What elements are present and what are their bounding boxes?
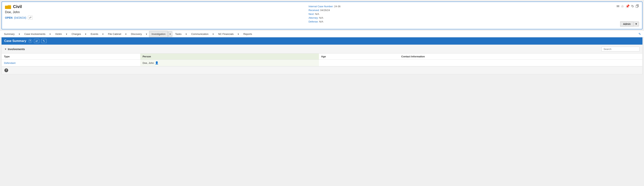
case-summary-edit-button[interactable]: ✎ — [41, 39, 46, 43]
nav-edit-icon[interactable]: ✎ — [637, 31, 642, 37]
involvements-title: ▼ Involvements — [4, 48, 25, 51]
involvements-table-wrapper: Type Person Age Contact Information Defe… — [2, 53, 642, 66]
next-value: N/A — [315, 12, 319, 15]
folder-icon — [5, 4, 11, 9]
pin-icon[interactable]: 📌 — [626, 4, 630, 8]
col-age-header: Age — [319, 53, 399, 60]
tab-nc-financials: NC Financials ▼ — [216, 31, 240, 37]
case-status: OPEN (04/26/24) ☍ — [5, 16, 33, 20]
tab-victim-button[interactable]: Victim — [53, 31, 64, 37]
tab-communication-button[interactable]: Communication — [189, 31, 211, 37]
case-name: Doe, John — [5, 10, 33, 14]
person-name-text: Doe, John — [142, 62, 154, 64]
tab-victim-dropdown[interactable]: ▼ — [64, 31, 69, 37]
involvements-chevron-icon[interactable]: ▼ — [4, 48, 7, 50]
tab-communication: Communication ▼ — [189, 31, 215, 37]
admin-button-group: Admin ▼ — [620, 21, 639, 27]
tab-nc-financials-dropdown[interactable]: ▼ — [236, 31, 240, 37]
svg-rect-0 — [5, 5, 11, 9]
tab-file-cabinet-dropdown[interactable]: ▼ — [124, 31, 128, 37]
tab-summary-button[interactable]: Summary — [2, 31, 17, 37]
row-type: Defendant — [2, 60, 140, 66]
defendant-link[interactable]: Defendant — [4, 62, 16, 64]
tab-charges: Charges ▼ — [69, 31, 88, 37]
tab-charges-dropdown[interactable]: ▼ — [84, 31, 88, 37]
defense-row: Defense: N/A — [308, 20, 340, 23]
table-row: Defendant Doe, John 👤 — [2, 60, 642, 66]
case-summary-header: Case Summary ? ⇄ ✎ — [2, 37, 642, 45]
tab-tasks: Tasks ▼ — [173, 31, 188, 37]
involvements-section: ▼ Involvements Type Person Age Contact I… — [2, 45, 642, 66]
person-name-cell: Doe, John 👤 — [142, 61, 317, 65]
col-person-header: Person — [140, 53, 319, 60]
col-type-header: Type — [2, 53, 140, 60]
defense-value: N/A — [319, 20, 323, 23]
admin-main-button[interactable]: Admin — [620, 21, 633, 27]
received-value: 04/26/24 — [320, 9, 330, 12]
message-icon-button[interactable]: ☍ — [28, 16, 33, 20]
header-left: Civil Doe, John OPEN (04/26/24) ☍ — [5, 4, 33, 20]
tab-nc-financials-button[interactable]: NC Financials — [216, 31, 236, 37]
status-open: OPEN — [5, 16, 12, 19]
tab-reports-button[interactable]: Reports — [241, 31, 254, 37]
content-area: Case Summary ? ⇄ ✎ ▼ Involvements Type P… — [2, 37, 642, 74]
tab-tasks-dropdown[interactable]: ▼ — [184, 31, 188, 37]
tab-events-button[interactable]: Events — [88, 31, 101, 37]
copy-icon[interactable]: 🗍 — [636, 4, 639, 8]
row-person: Doe, John 👤 — [140, 60, 319, 66]
footer-help: ? — [2, 66, 642, 74]
status-date: (04/26/24) — [14, 16, 26, 19]
person-profile-icon: 👤 — [155, 61, 158, 65]
header-center: Internal Case Number: 24-36 Received: 04… — [308, 5, 340, 23]
refresh-icon[interactable]: ↻ — [631, 4, 634, 8]
tab-investigation: Investigation ▼ — [149, 31, 172, 37]
tab-discovery-button[interactable]: Discovery — [128, 31, 144, 37]
col-contact-header: Contact Information — [399, 53, 642, 60]
tab-file-cabinet: File Cabinet ▼ — [106, 31, 128, 37]
tab-victim: Victim ▼ — [53, 31, 69, 37]
tab-communication-dropdown[interactable]: ▼ — [211, 31, 215, 37]
tab-tasks-button[interactable]: Tasks — [173, 31, 184, 37]
footer-help-icon[interactable]: ? — [4, 68, 8, 72]
nav-tabs: Summary ▼ Case Involvements ▼ Victim ▼ C… — [0, 31, 644, 37]
case-summary-title: Case Summary — [4, 39, 26, 43]
case-summary-refresh-button[interactable]: ⇄ — [34, 39, 39, 43]
internal-case-number-value: 24-36 — [334, 5, 340, 8]
tab-charges-button[interactable]: Charges — [69, 31, 84, 37]
next-row: Next: N/A — [308, 12, 340, 15]
header-action-icons: ✉ ☆ 📌 ↻ 🗍 — [616, 4, 639, 8]
internal-case-number-label: Internal Case Number: — [308, 5, 334, 8]
tab-case-involvements: Case Involvements ▼ — [22, 31, 52, 37]
row-contact — [399, 60, 642, 66]
tab-discovery: Discovery ▼ — [128, 31, 149, 37]
case-summary-help-icon[interactable]: ? — [28, 39, 32, 43]
received-label: Received: — [308, 9, 320, 12]
star-icon[interactable]: ☆ — [621, 4, 624, 8]
admin-dropdown-button[interactable]: ▼ — [633, 21, 639, 26]
tab-case-involvements-button[interactable]: Case Involvements — [22, 31, 48, 37]
next-label: Next: — [308, 12, 314, 15]
header-card: Civil Doe, John OPEN (04/26/24) ☍ Intern… — [2, 1, 642, 29]
tab-events: Events ▼ — [88, 31, 105, 37]
tab-case-involvements-dropdown[interactable]: ▼ — [48, 31, 52, 37]
tab-summary: Summary ▼ — [2, 31, 22, 37]
involvements-header: ▼ Involvements — [2, 45, 642, 53]
tab-reports: Reports — [241, 31, 254, 37]
involvements-table: Type Person Age Contact Information Defe… — [2, 53, 642, 66]
tab-investigation-dropdown[interactable]: ▼ — [168, 31, 172, 37]
attorney-row: Attorney: N/A — [308, 16, 340, 19]
tab-discovery-dropdown[interactable]: ▼ — [144, 31, 149, 37]
internal-case-number-row: Internal Case Number: 24-36 — [308, 5, 340, 8]
received-row: Received: 04/26/24 — [308, 9, 340, 12]
case-type-label: Civil — [13, 4, 22, 9]
envelope-icon[interactable]: ✉ — [616, 4, 620, 8]
tab-investigation-button[interactable]: Investigation — [149, 31, 168, 37]
case-title: Civil — [5, 4, 33, 9]
tab-file-cabinet-button[interactable]: File Cabinet — [106, 31, 124, 37]
row-age — [319, 60, 399, 66]
attorney-label: Attorney: — [308, 16, 318, 19]
tab-events-dropdown[interactable]: ▼ — [101, 31, 105, 37]
tab-summary-dropdown[interactable]: ▼ — [17, 31, 22, 37]
header-right: ✉ ☆ 📌 ↻ 🗍 Admin ▼ — [616, 4, 639, 27]
involvements-search-input[interactable] — [602, 47, 640, 51]
